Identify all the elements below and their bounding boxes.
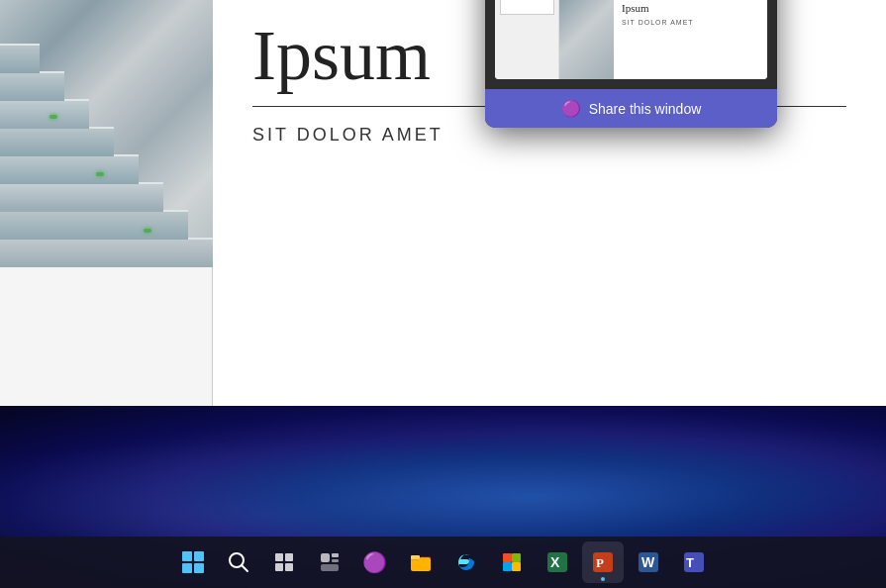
green-light-2	[96, 172, 104, 176]
word-button[interactable]: W	[628, 541, 669, 583]
powerpoint-active-icon: P	[592, 551, 614, 573]
slide-subtitle: SIT DOLOR AMET	[252, 125, 846, 146]
taskbar-tooltip-popup: P Title Lorem Ipsum ✕ PowerPoint File Ho…	[485, 0, 777, 128]
widgets-button[interactable]	[309, 541, 350, 583]
widgets-icon	[319, 551, 341, 573]
svg-rect-13	[512, 553, 521, 562]
file-explorer-button[interactable]	[400, 541, 442, 583]
mini-slide-thumb-2	[500, 0, 554, 15]
green-light-3	[49, 115, 57, 119]
svg-line-1	[242, 565, 247, 571]
edge-icon	[455, 551, 477, 573]
mini-main-slide: Title LoremIpsum SIT DOLOR AMET	[559, 0, 767, 79]
teams-icon: 🟣	[561, 99, 581, 118]
svg-rect-9	[321, 564, 339, 571]
powerpoint-button[interactable]: P	[582, 541, 624, 583]
search-icon	[228, 551, 249, 573]
taskview-button[interactable]	[263, 541, 305, 583]
search-button[interactable]	[218, 541, 259, 583]
start-button[interactable]	[172, 541, 214, 583]
store-icon	[501, 551, 523, 573]
excel-icon: X	[546, 551, 568, 573]
svg-rect-6	[321, 553, 330, 562]
svg-rect-5	[285, 563, 293, 571]
excel-button[interactable]: X	[537, 541, 578, 583]
tooltip-preview-area[interactable]: PowerPoint File Home Insert Design Trans…	[485, 0, 777, 89]
stair-image	[0, 0, 213, 267]
mini-ppt-window: PowerPoint File Home Insert Design Trans…	[495, 0, 767, 79]
mini-slide-subtitle: SIT DOLOR AMET	[622, 19, 759, 26]
svg-text:T: T	[686, 555, 694, 570]
taskview-icon	[273, 551, 295, 573]
file-explorer-icon	[410, 551, 432, 573]
word-icon: W	[638, 551, 659, 573]
share-window-button[interactable]: 🟣 Share this window	[485, 89, 777, 128]
teams-meet-icon: 🟣	[362, 550, 387, 574]
green-light-1	[144, 229, 151, 233]
mini-slide-panel: Title	[495, 0, 559, 79]
svg-rect-12	[503, 553, 512, 562]
svg-rect-7	[332, 553, 339, 557]
svg-rect-2	[275, 553, 283, 561]
edge-button[interactable]	[445, 541, 487, 583]
mini-ppt-content: Title Title LoremIpsum SIT DOLOR AMET	[495, 0, 767, 79]
svg-text:X: X	[550, 554, 560, 570]
svg-rect-11	[411, 555, 420, 559]
teams-button[interactable]: T	[673, 541, 715, 583]
windows-logo	[182, 551, 204, 573]
svg-rect-3	[285, 553, 293, 561]
teams-icon: T	[683, 551, 705, 573]
mini-slide-title: Title LoremIpsum	[622, 0, 759, 15]
store-button[interactable]	[491, 541, 533, 583]
share-button-label: Share this window	[589, 101, 702, 117]
teams-meet-button[interactable]: 🟣	[354, 541, 396, 583]
svg-rect-8	[332, 559, 339, 562]
svg-rect-15	[512, 562, 521, 571]
svg-text:P: P	[596, 555, 604, 570]
svg-rect-14	[503, 562, 512, 571]
thumbnail-panel	[0, 0, 213, 406]
svg-text:W: W	[641, 554, 655, 570]
svg-rect-4	[275, 563, 283, 571]
taskbar: 🟣 X P	[0, 537, 886, 588]
mini-stair-image	[559, 0, 614, 79]
mini-text-area: Title LoremIpsum SIT DOLOR AMET	[614, 0, 767, 79]
